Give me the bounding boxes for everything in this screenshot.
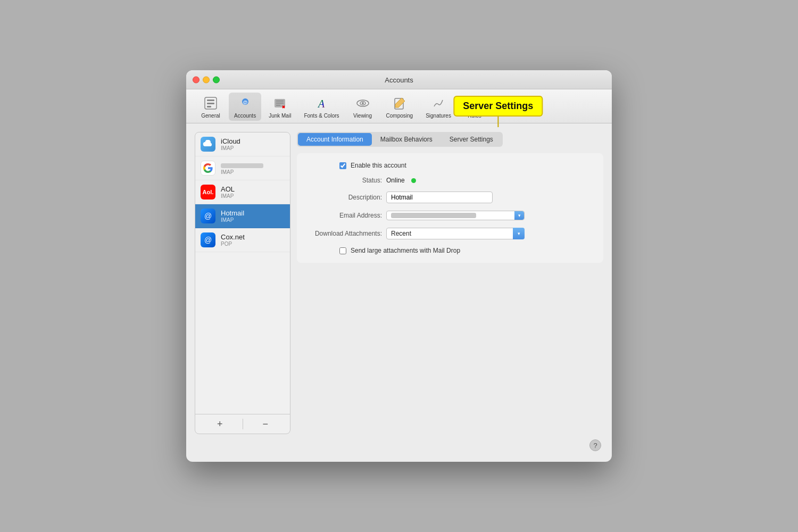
account-type-icloud: IMAP	[221, 145, 240, 151]
mail-drop-row: Send large attachments with Mail Drop	[339, 247, 593, 254]
window-title: Accounts	[385, 76, 413, 84]
remove-account-button[interactable]: −	[243, 417, 288, 431]
add-account-button[interactable]: +	[197, 417, 243, 431]
toolbar-item-junk[interactable]: Junk Mail	[263, 93, 296, 121]
toolbar-label-junk: Junk Mail	[269, 113, 291, 119]
toolbar-label-viewing: Viewing	[353, 113, 372, 119]
close-button[interactable]	[193, 76, 200, 83]
viewing-icon	[354, 95, 371, 112]
status-row: Status: Online	[307, 177, 593, 184]
aol-icon: Aol.	[201, 185, 215, 200]
email-combo[interactable]: ▾	[386, 211, 525, 220]
account-name-cox: Cox.net	[221, 233, 245, 241]
toolbar-label-signatures: Signatures	[426, 113, 451, 119]
svg-rect-2	[207, 103, 214, 104]
composing-icon	[391, 95, 408, 112]
tabs: Account Information Mailbox Behaviors Se…	[297, 132, 503, 147]
download-row: Download Attachments: Recent All None ▾	[307, 228, 593, 239]
annotation-line	[497, 117, 498, 127]
toolbar-item-composing[interactable]: Composing	[381, 93, 419, 121]
sidebar-item-cox[interactable]: @ Cox.net POP	[195, 228, 290, 252]
download-select-wrap: Recent All None ▾	[386, 228, 525, 239]
account-list: iCloud IMAP	[195, 132, 290, 414]
svg-text:@: @	[243, 99, 247, 105]
sidebar-footer: + −	[195, 414, 290, 434]
account-type-aol: IMAP	[221, 193, 235, 199]
toolbar-label-composing: Composing	[386, 113, 413, 119]
account-name-hotmail: Hotmail	[221, 209, 244, 217]
account-type-cox: POP	[221, 241, 245, 247]
toolbar-label-general: General	[201, 113, 220, 119]
annotation-box: Server Settings	[453, 96, 543, 117]
account-info-cox: Cox.net POP	[221, 233, 245, 247]
sidebar-item-hotmail[interactable]: @ Hotmail IMAP	[195, 204, 290, 228]
svg-rect-9	[276, 105, 280, 106]
maximize-button[interactable]	[213, 76, 220, 83]
minimize-button[interactable]	[203, 76, 210, 83]
toolbar: General @ Accounts	[186, 89, 612, 123]
email-label: Email Address:	[307, 212, 382, 219]
sidebar-item-aol[interactable]: Aol. AOL IMAP	[195, 180, 290, 204]
description-row: Description:	[307, 192, 593, 203]
main-window: Accounts General @ Accou	[186, 70, 612, 462]
enable-account-row: Enable this account	[339, 162, 593, 169]
sidebar: iCloud IMAP	[195, 132, 290, 434]
email-row: Email Address: ▾	[307, 211, 593, 220]
toolbar-item-signatures[interactable]: Signatures	[420, 93, 456, 121]
sidebar-item-icloud[interactable]: iCloud IMAP	[195, 132, 290, 156]
hotmail-icon: @	[201, 209, 215, 223]
general-icon	[202, 95, 219, 112]
main-content: iCloud IMAP	[186, 123, 612, 443]
junk-icon	[271, 95, 288, 112]
download-label: Download Attachments:	[307, 230, 382, 237]
google-icon	[201, 161, 215, 176]
account-type-gmail: IMAP	[221, 169, 263, 175]
svg-rect-7	[276, 101, 284, 102]
annotation-container: Server Settings	[453, 96, 543, 127]
icloud-icon	[201, 137, 215, 152]
mail-drop-label: Send large attachments with Mail Drop	[351, 247, 460, 254]
svg-rect-1	[207, 99, 214, 101]
help-button[interactable]: ?	[589, 439, 601, 451]
accounts-icon: @	[237, 95, 254, 112]
right-panel: Account Information Mailbox Behaviors Se…	[297, 132, 603, 434]
account-name-icloud: iCloud	[221, 137, 240, 145]
toolbar-item-accounts[interactable]: @ Accounts	[229, 93, 261, 121]
enable-account-label: Enable this account	[351, 162, 406, 169]
toolbar-item-general[interactable]: General	[195, 93, 227, 121]
tab-server-settings[interactable]: Server Settings Server Settings	[441, 133, 502, 146]
status-indicator	[411, 178, 416, 183]
account-name-gmail	[221, 161, 263, 169]
account-type-hotmail: IMAP	[221, 217, 244, 223]
account-name-aol: AOL	[221, 185, 235, 193]
toolbar-item-viewing[interactable]: Viewing	[347, 93, 379, 121]
email-combo-arrow: ▾	[514, 211, 524, 220]
toolbar-item-fonts[interactable]: A Fonts & Colors	[298, 93, 344, 121]
download-select[interactable]: Recent All None	[386, 228, 525, 239]
sidebar-item-gmail[interactable]: IMAP	[195, 156, 290, 180]
titlebar: Accounts	[186, 70, 612, 89]
account-info-aol: AOL IMAP	[221, 185, 235, 199]
signatures-icon	[430, 95, 447, 112]
toolbar-label-accounts: Accounts	[234, 113, 256, 119]
svg-point-14	[362, 102, 364, 104]
email-redacted	[391, 213, 476, 218]
status-label: Status:	[307, 177, 382, 184]
account-info-hotmail: Hotmail IMAP	[221, 209, 244, 223]
mail-drop-checkbox[interactable]	[339, 247, 346, 254]
bottom-bar: ?	[186, 443, 612, 462]
traffic-lights	[193, 76, 220, 83]
status-value: Online	[386, 177, 405, 184]
svg-text:A: A	[317, 98, 325, 110]
description-input[interactable]	[386, 192, 493, 203]
tab-mailbox-behaviors[interactable]: Mailbox Behaviors	[372, 133, 441, 146]
toolbar-label-fonts: Fonts & Colors	[304, 113, 339, 119]
fonts-icon: A	[313, 95, 330, 112]
account-info-gmail: IMAP	[221, 161, 263, 175]
svg-rect-8	[276, 103, 284, 104]
enable-account-checkbox[interactable]	[339, 162, 346, 169]
form-area: Enable this account Status: Online Descr…	[297, 153, 603, 263]
tab-account-information[interactable]: Account Information	[298, 133, 372, 146]
description-label: Description:	[307, 194, 382, 201]
cox-icon: @	[201, 232, 215, 247]
